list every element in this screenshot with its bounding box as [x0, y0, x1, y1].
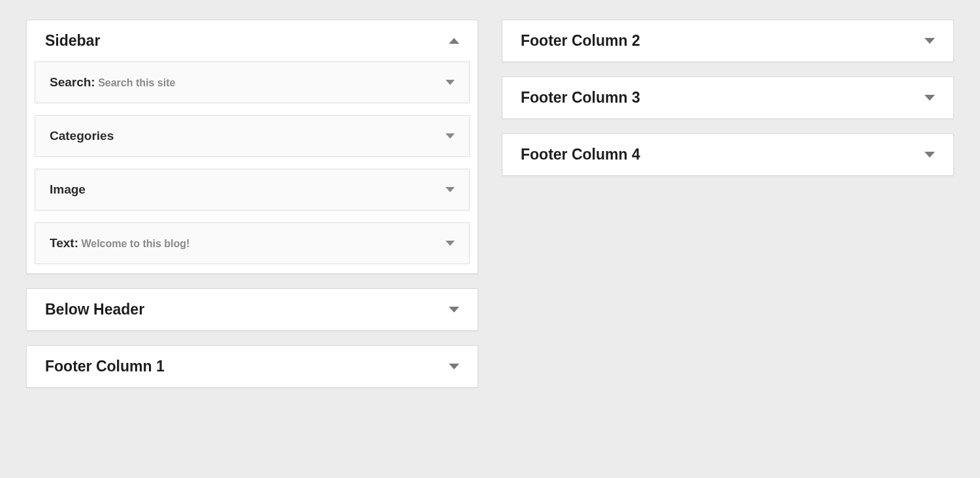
panel-footer-2: Footer Column 2: [502, 20, 954, 62]
widget-text[interactable]: Text: Welcome to this blog!: [35, 222, 470, 264]
panel-footer-1-title: Footer Column 1: [45, 358, 165, 375]
chevron-down-icon: [924, 95, 935, 101]
widget-search-label: Search:: [50, 75, 95, 89]
left-column: Sidebar Search: Search this site Categor…: [26, 20, 478, 388]
widget-categories[interactable]: Categories: [35, 115, 470, 157]
panel-sidebar-body: Search: Search this site Categories Imag…: [27, 61, 478, 273]
chevron-down-icon: [446, 187, 455, 192]
panel-below-header-header[interactable]: Below Header: [27, 289, 478, 330]
panel-footer-2-header[interactable]: Footer Column 2: [502, 20, 953, 61]
chevron-down-icon: [446, 80, 455, 85]
panel-footer-1: Footer Column 1: [26, 345, 478, 388]
widget-text-label: Text:: [50, 236, 78, 250]
panel-footer-4-title: Footer Column 4: [521, 146, 640, 163]
chevron-down-icon: [924, 38, 935, 44]
panel-footer-3-title: Footer Column 3: [521, 89, 640, 107]
chevron-down-icon: [449, 364, 459, 369]
panel-sidebar: Sidebar Search: Search this site Categor…: [26, 20, 478, 274]
panel-footer-1-header[interactable]: Footer Column 1: [27, 346, 478, 387]
panel-below-header-title: Below Header: [45, 301, 144, 318]
widget-label: Search: Search this site: [50, 75, 175, 90]
widget-image[interactable]: Image: [35, 169, 470, 211]
panel-footer-4: Footer Column 4: [502, 133, 954, 176]
right-column: Footer Column 2 Footer Column 3 Footer C…: [502, 20, 954, 388]
widget-text-sub: Welcome to this blog!: [78, 238, 189, 249]
panel-sidebar-header[interactable]: Sidebar: [27, 20, 478, 61]
chevron-down-icon: [446, 241, 455, 246]
panel-footer-2-title: Footer Column 2: [521, 32, 640, 50]
widget-label: Categories: [50, 129, 114, 143]
panel-below-header: Below Header: [26, 288, 478, 331]
panel-footer-4-header[interactable]: Footer Column 4: [502, 134, 953, 175]
chevron-down-icon: [446, 133, 455, 139]
panel-sidebar-title: Sidebar: [45, 32, 100, 50]
widget-search-sub: Search this site: [95, 77, 176, 88]
chevron-up-icon: [449, 38, 459, 44]
panel-footer-3-header[interactable]: Footer Column 3: [502, 77, 953, 118]
widget-label: Image: [50, 182, 86, 197]
widget-search[interactable]: Search: Search this site: [35, 61, 470, 103]
widget-label: Text: Welcome to this blog!: [50, 236, 189, 250]
widget-categories-label: Categories: [50, 129, 114, 143]
chevron-down-icon: [924, 152, 935, 158]
chevron-down-icon: [449, 307, 459, 313]
panel-footer-3: Footer Column 3: [502, 77, 954, 119]
widget-image-label: Image: [50, 182, 86, 196]
